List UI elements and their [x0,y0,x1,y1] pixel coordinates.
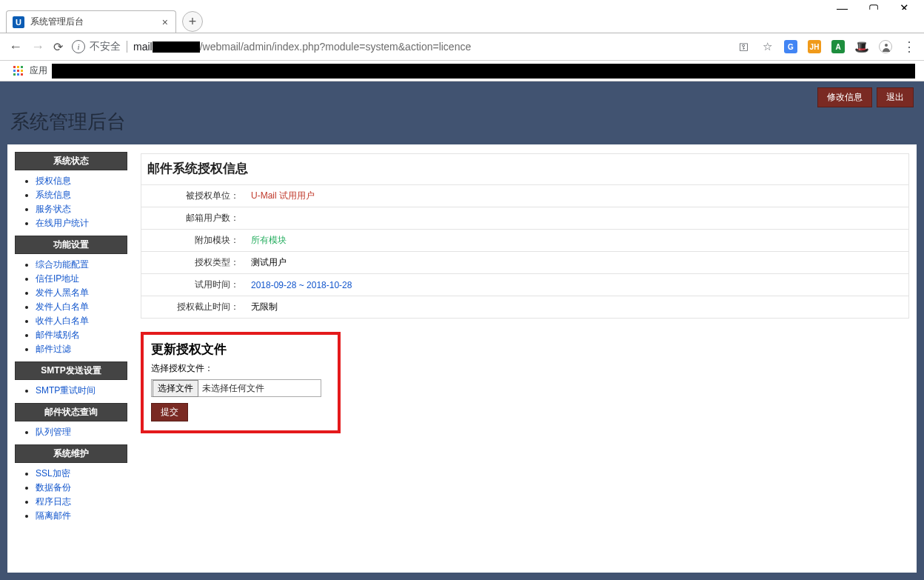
menu-button[interactable]: ⋮ [903,39,915,55]
file-input[interactable]: 选择文件 未选择任何文件 [151,379,321,397]
sidebar-group-list: SSL加密 数据备份 程序日志 隔离邮件 [36,467,127,522]
sidebar-item: SSL加密 [36,467,127,480]
sidebar-item: 发件人白名单 [36,301,127,313]
url-path: /webmail/admin/index.php?module=system&a… [200,41,472,53]
sidebar-item: 隔离邮件 [36,510,127,522]
table-row: 试用时间：2018-09-28 ~ 2018-10-28 [141,274,908,296]
address-bar[interactable]: i 不安全 mail/webmail/admin/index.php?modul… [72,36,728,57]
sidebar-item-online: 在线用户统计 [36,217,127,230]
page-body: 系统状态 授权信息 系统信息 服务状态 在线用户统计 功能设置 综合功能配置 信… [7,144,917,573]
tab-title: 系统管理后台 [30,16,158,28]
row-value: 无限制 [245,296,908,319]
page-header: 修改信息 退出 系统管理后台 [0,81,924,141]
sidebar-item: 信任IP地址 [36,273,127,285]
saved-password-icon[interactable]: ⚿ [737,40,750,53]
extension-translate-icon[interactable]: G [784,40,797,53]
page-viewport: 修改信息 退出 系统管理后台 系统状态 授权信息 系统信息 服务状态 在线用户统… [0,81,924,580]
reload-button[interactable]: ⟳ [53,40,63,54]
row-value: 测试用户 [245,252,908,274]
titlebar: — ▢ ✕ [0,0,924,10]
page-title: 系统管理后台 [10,109,126,135]
sidebar-group-list: SMTP重试时间 [36,384,127,397]
sidebar-item: SMTP重试时间 [36,384,127,397]
apps-icon[interactable] [13,66,24,76]
url-redacted [153,41,200,53]
sidebar-item: 程序日志 [36,496,127,508]
row-label: 授权截止时间： [141,296,245,319]
new-tab-button[interactable]: + [182,11,203,32]
sidebar-group-title: SMTP发送设置 [15,361,127,380]
sidebar-group-title: 系统状态 [15,152,127,170]
row-label: 授权类型： [141,252,245,274]
edit-info-button[interactable]: 修改信息 [817,87,872,107]
update-license-title: 更新授权文件 [151,341,330,358]
extension-a-icon[interactable]: A [831,40,845,53]
sidebar-item: 数据备份 [36,481,127,494]
sidebar-item: 邮件过滤 [36,343,127,356]
sidebar-item: 邮件域别名 [36,329,127,341]
table-row: 授权类型：测试用户 [141,252,908,274]
tab-close-icon[interactable]: × [162,16,168,28]
sidebar-item: 队列管理 [36,426,127,439]
sidebar-item: 收件人白名单 [36,315,127,327]
back-button[interactable]: ← [9,39,22,55]
table-row: 邮箱用户数： [141,207,908,230]
bookmark-star-icon[interactable]: ☆ [760,40,774,53]
header-buttons: 修改信息 退出 [817,87,914,107]
choose-file-button[interactable]: 选择文件 [153,380,198,397]
browser-toolbar: ← → ⟳ i 不安全 mail/webmail/admin/index.php… [0,33,924,61]
row-value [245,207,908,230]
license-info-title: 邮件系统授权信息 [141,154,908,184]
sidebar-group-list: 综合功能配置 信任IP地址 发件人黑名单 发件人白名单 收件人白名单 邮件域别名… [36,259,127,356]
not-secure-label: 不安全 [90,40,121,53]
file-placeholder: 未选择任何文件 [199,382,264,395]
logout-button[interactable]: 退出 [877,87,914,107]
apps-label[interactable]: 应用 [30,64,47,77]
bookmarks-bar: 应用 [0,61,924,81]
profile-avatar-icon[interactable] [879,40,892,53]
table-row: 授权截止时间：无限制 [141,296,908,319]
submit-button[interactable]: 提交 [151,403,188,421]
separator [127,41,127,53]
sidebar-group-title: 功能设置 [15,236,127,254]
row-value: 2018-09-28 ~ 2018-10-28 [245,274,908,296]
bookmarks-redacted [52,64,915,79]
sidebar-item: 综合功能配置 [36,259,127,271]
row-label: 邮箱用户数： [141,207,245,230]
row-label: 被授权单位： [141,185,245,207]
update-license-panel: 更新授权文件 选择授权文件： 选择文件 未选择任何文件 提交 [141,332,341,433]
main-content: 邮件系统授权信息 被授权单位：U-Mail 试用用户邮箱用户数：附加模块：所有模… [133,144,917,573]
sidebar-group-list: 授权信息 系统信息 服务状态 在线用户统计 [36,175,127,230]
sidebar-group-title: 邮件状态查询 [15,403,127,421]
sidebar-item-service: 服务状态 [36,203,127,216]
row-label: 附加模块： [141,230,245,252]
url-host: mail [133,41,153,53]
sidebar-group-title: 系统维护 [15,444,127,463]
sidebar-item: 发件人黑名单 [36,287,127,299]
row-value: U-Mail 试用用户 [245,185,908,207]
update-license-label: 选择授权文件： [151,362,330,375]
tab-active[interactable]: U 系统管理后台 × [6,10,176,33]
extension-man-icon[interactable]: 🎩 [855,40,868,53]
license-info-table: 被授权单位：U-Mail 试用用户邮箱用户数：附加模块：所有模块授权类型：测试用… [141,184,908,318]
row-value: 所有模块 [245,230,908,252]
sidebar-item-license: 授权信息 [36,175,127,187]
license-info-panel: 邮件系统授权信息 被授权单位：U-Mail 试用用户邮箱用户数：附加模块：所有模… [141,153,909,319]
site-info-icon[interactable]: i [72,40,85,53]
sidebar-item-sysinfo: 系统信息 [36,189,127,201]
tabstrip: U 系统管理后台 × + [0,10,924,33]
extension-jh-icon[interactable]: JH [808,40,821,53]
sidebar: 系统状态 授权信息 系统信息 服务状态 在线用户统计 功能设置 综合功能配置 信… [7,144,133,573]
tab-favicon-icon: U [13,16,24,28]
forward-button[interactable]: → [31,39,44,55]
toolbar-right-icons: ⚿ ☆ G JH A 🎩 ⋮ [737,39,915,55]
window: — ▢ ✕ U 系统管理后台 × + ← → ⟳ i 不安全 mail/webm… [0,0,924,580]
table-row: 被授权单位：U-Mail 试用用户 [141,185,908,207]
sidebar-group-list: 队列管理 [36,426,127,439]
row-label: 试用时间： [141,274,245,296]
table-row: 附加模块：所有模块 [141,230,908,252]
